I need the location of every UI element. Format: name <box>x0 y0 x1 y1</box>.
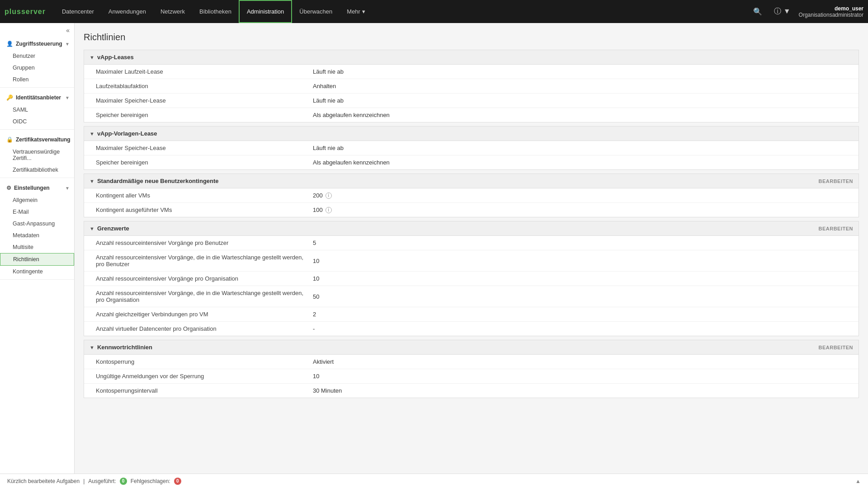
policy-section-grenzwerte: ▼GrenzwerteBEARBEITENAnzahl ressourceint… <box>84 221 859 336</box>
policy-row: Anzahl gleichzeitiger Verbindungen pro V… <box>84 307 859 322</box>
policy-label: Speicher bereinigen <box>96 159 313 166</box>
sidebar-item-saml[interactable]: SAML <box>0 104 74 116</box>
sidebar-section-header-zertifikatsverwaltung[interactable]: 🔒Zertifikatsverwaltung▼ <box>0 133 74 146</box>
sidebar-item-zertifikatbibliothek[interactable]: Zertifikatbibliothek <box>0 164 74 176</box>
username: demo_user <box>799 5 863 12</box>
section-header-vapp-leases[interactable]: ▼vApp-Leases <box>84 50 859 65</box>
scroll-up-icon[interactable]: ▲ <box>855 478 861 484</box>
edit-button-kennwortrichtlinien[interactable]: BEARBEITEN <box>818 345 853 350</box>
policy-row: Maximaler Speicher-LeaseLäuft nie ab <box>84 94 859 108</box>
policy-label: Maximaler Laufzeit-Lease <box>96 68 313 75</box>
policy-value: 50 <box>313 293 319 300</box>
top-navigation: plusserver DatencenterAnwendungenNetzwer… <box>0 0 868 23</box>
policy-row: Anzahl ressourceintensiver Vorgänge, die… <box>84 286 859 307</box>
nav-item-mehr[interactable]: Mehr ▾ <box>340 0 372 23</box>
policy-label: Kontingent ausgeführter VMs <box>96 206 313 213</box>
policy-section-standardmaessige-neue-benutzerkontingente: ▼Standardmäßige neue Benutzerkontingente… <box>84 174 859 217</box>
policy-label: Anzahl ressourceintensiver Vorgänge pro … <box>96 275 313 282</box>
policy-label: Laufzeitablaufaktion <box>96 83 313 89</box>
nav-item-netzwerk[interactable]: Netzwerk <box>153 0 192 23</box>
section-icon-identitaetsanbieter: 🔑 <box>6 94 13 101</box>
user-menu[interactable]: demo_user Organisationsadministrator <box>799 5 863 18</box>
nav-item-administration[interactable]: Administration <box>239 0 292 23</box>
sidebar-item-vertrauenswuerdige[interactable]: Vertrauenswürdige Zertifi... <box>0 146 74 164</box>
sidebar-item-benutzer[interactable]: Benutzer <box>0 50 74 62</box>
chevron-icon-zugriffssteuerung: ▼ <box>65 42 70 47</box>
info-icon[interactable]: i <box>326 207 332 213</box>
info-icon[interactable]: i <box>326 192 332 199</box>
failed-label: Fehlgeschlagen: <box>131 478 170 484</box>
edit-button-grenzwerte[interactable]: BEARBEITEN <box>818 226 853 231</box>
policy-label: Anzahl gleichzeitiger Verbindungen pro V… <box>96 311 313 318</box>
section-header-vapp-vorlagen-lease[interactable]: ▼vApp-Vorlagen-Lease <box>84 127 859 141</box>
section-chevron-grenzwerte: ▼ <box>90 226 94 231</box>
sidebar-section-header-identitaetsanbieter[interactable]: 🔑Identitätsanbieter▼ <box>0 91 74 104</box>
policy-label: Anzahl ressourceintensiver Vorgänge, die… <box>96 254 313 267</box>
policy-row: Maximaler Laufzeit-LeaseLäuft nie ab <box>84 65 859 79</box>
search-icon[interactable]: 🔍 <box>750 5 766 18</box>
failed-count: 0 <box>174 478 181 485</box>
section-chevron-vapp-vorlagen-lease: ▼ <box>90 131 94 136</box>
policy-label: Speicher bereinigen <box>96 112 313 118</box>
policy-row: Kontingent ausgeführter VMs100i <box>84 203 859 217</box>
sidebar-collapse-button[interactable]: « <box>0 23 74 38</box>
section-header-standardmaessige-neue-benutzerkontingente[interactable]: ▼Standardmäßige neue Benutzerkontingente… <box>84 174 859 188</box>
policy-label: Maximaler Speicher-Lease <box>96 145 313 151</box>
sidebar-item-allgemein[interactable]: Allgemein <box>0 194 74 206</box>
policy-value: 10 <box>313 373 319 380</box>
sidebar-item-email[interactable]: E-Mail <box>0 206 74 218</box>
section-label-zertifikatsverwaltung: Zertifikatsverwaltung <box>16 136 71 143</box>
policy-value: Läuft nie ab <box>313 68 344 75</box>
sidebar-item-richtlinien[interactable]: Richtlinien <box>0 253 74 266</box>
policy-label: Kontosperrung <box>96 358 313 365</box>
section-header-kennwortrichtlinien[interactable]: ▼KennwortrichtlinienBEARBEITEN <box>84 340 859 355</box>
recently-edited-label: Kürzlich bearbeitete Aufgaben <box>7 478 80 484</box>
sidebar-item-gast-anpassung[interactable]: Gast-Anpassung <box>0 218 74 230</box>
section-title-standardmaessige-neue-benutzerkontingente: Standardmäßige neue Benutzerkontingente <box>97 178 819 184</box>
policy-row: Kontosperrungsintervall30 Minuten <box>84 384 859 398</box>
section-header-grenzwerte[interactable]: ▼GrenzwerteBEARBEITEN <box>84 221 859 236</box>
sidebar-section-zugriffssteuerung: 👤Zugriffssteuerung▼BenutzerGruppenRollen <box>0 38 74 89</box>
nav-item-anwendungen[interactable]: Anwendungen <box>101 0 153 23</box>
sidebar-item-multisite[interactable]: Multisite <box>0 241 74 253</box>
help-icon[interactable]: ⓘ ▼ <box>770 5 794 18</box>
section-chevron-kennwortrichtlinien: ▼ <box>90 345 94 350</box>
chevron-icon-einstellungen: ▼ <box>65 186 70 191</box>
policy-row: Maximaler Speicher-LeaseLäuft nie ab <box>84 141 859 155</box>
sidebar-item-gruppen[interactable]: Gruppen <box>0 62 74 74</box>
sidebar-section-identitaetsanbieter: 🔑Identitätsanbieter▼SAMLOIDC <box>0 91 74 131</box>
policy-label: Kontingent aller VMs <box>96 192 313 199</box>
section-title-kennwortrichtlinien: Kennwortrichtlinien <box>97 344 819 351</box>
section-icon-zugriffssteuerung: 👤 <box>6 41 13 47</box>
edit-button-standardmaessige-neue-benutzerkontingente[interactable]: BEARBEITEN <box>818 178 853 184</box>
nav-item-datacenter[interactable]: Datencenter <box>55 0 101 23</box>
sidebar-section-zertifikatsverwaltung: 🔒Zertifikatsverwaltung▼Vertrauenswürdige… <box>0 133 74 180</box>
policy-value: Als abgelaufen kennzeichnen <box>313 112 390 118</box>
sidebar-section-header-einstellungen[interactable]: ⚙Einstellungen▼ <box>0 182 74 194</box>
policy-label: Ungültige Anmeldungen vor der Sperrung <box>96 373 313 380</box>
main-layout: « 👤Zugriffssteuerung▼BenutzerGruppenRoll… <box>0 23 868 474</box>
sidebar-section-header-zugriffssteuerung[interactable]: 👤Zugriffssteuerung▼ <box>0 38 74 50</box>
policy-row: Anzahl ressourceintensiver Vorgänge, die… <box>84 250 859 272</box>
nav-item-ueberwachen[interactable]: Überwachen <box>292 0 340 23</box>
policy-value: Läuft nie ab <box>313 97 344 104</box>
policy-row: Speicher bereinigenAls abgelaufen kennze… <box>84 108 859 122</box>
policy-row: KontosperrungAktiviert <box>84 355 859 369</box>
nav-item-bibliotheken[interactable]: Bibliotheken <box>192 0 239 23</box>
policy-row: Anzahl virtueller Datencenter pro Organi… <box>84 322 859 336</box>
sidebar-item-kontingente[interactable]: Kontingente <box>0 266 74 277</box>
sidebar: « 👤Zugriffssteuerung▼BenutzerGruppenRoll… <box>0 23 75 474</box>
policy-section-kennwortrichtlinien: ▼KennwortrichtlinienBEARBEITENKontosperr… <box>84 340 859 398</box>
section-chevron-vapp-leases: ▼ <box>90 55 94 60</box>
sidebar-item-rollen[interactable]: Rollen <box>0 74 74 85</box>
main-content: Richtlinien ▼vApp-LeasesMaximaler Laufze… <box>75 23 868 474</box>
section-label-zugriffssteuerung: Zugriffssteuerung <box>16 41 62 47</box>
policy-row: Speicher bereinigenAls abgelaufen kennze… <box>84 155 859 169</box>
sidebar-item-oidc[interactable]: OIDC <box>0 116 74 127</box>
policy-label: Anzahl ressourceintensiver Vorgänge, die… <box>96 290 313 303</box>
bottom-bar: Kürzlich bearbeitete Aufgaben | Ausgefüh… <box>0 474 868 488</box>
logo[interactable]: plusserver <box>5 8 46 16</box>
policy-row: Anzahl ressourceintensiver Vorgänge pro … <box>84 272 859 286</box>
sidebar-item-metadaten[interactable]: Metadaten <box>0 230 74 241</box>
policy-value: 200i <box>313 192 332 199</box>
